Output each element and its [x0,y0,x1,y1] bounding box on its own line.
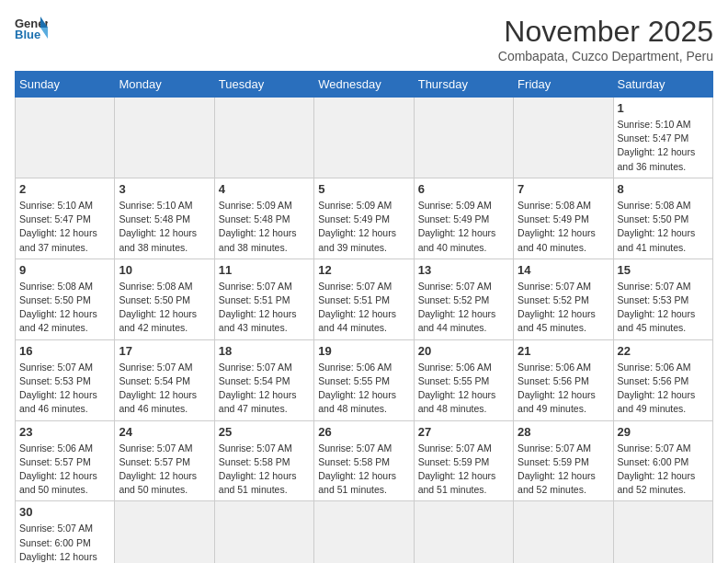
day-info: Sunrise: 5:07 AMSunset: 6:00 PMDaylight:… [618,442,709,498]
month-title: November 2025 [498,15,713,49]
day-number: 1 [618,101,709,115]
day-number: 25 [219,425,310,439]
calendar-cell [414,501,513,563]
day-info: Sunrise: 5:07 AMSunset: 5:51 PMDaylight:… [318,280,409,336]
day-number: 5 [318,182,409,196]
day-number: 11 [219,263,310,277]
calendar-cell [514,501,613,563]
day-number: 30 [19,505,110,519]
day-info: Sunrise: 5:08 AMSunset: 5:50 PMDaylight:… [119,280,210,336]
weekday-header-sunday: Sunday [16,72,115,98]
day-info: Sunrise: 5:09 AMSunset: 5:49 PMDaylight:… [318,199,409,255]
day-number: 21 [518,344,609,358]
weekday-header-wednesday: Wednesday [314,72,414,98]
day-number: 12 [318,263,409,277]
day-number: 15 [618,263,709,277]
calendar-cell: 5Sunrise: 5:09 AMSunset: 5:49 PMDaylight… [314,178,414,259]
calendar-cell [16,98,115,178]
day-number: 29 [618,425,709,439]
day-info: Sunrise: 5:07 AMSunset: 5:53 PMDaylight:… [618,280,709,336]
calendar-cell: 23Sunrise: 5:06 AMSunset: 5:57 PMDayligh… [16,420,115,501]
weekday-header-thursday: Thursday [414,72,513,98]
week-row-2: 2Sunrise: 5:10 AMSunset: 5:47 PMDaylight… [16,178,713,259]
calendar-cell: 9Sunrise: 5:08 AMSunset: 5:50 PMDaylight… [16,259,115,339]
day-number: 10 [119,263,210,277]
day-info: Sunrise: 5:06 AMSunset: 5:57 PMDaylight:… [19,442,110,498]
calendar-cell: 28Sunrise: 5:07 AMSunset: 5:59 PMDayligh… [514,420,613,501]
logo: General Blue [15,15,48,40]
day-info: Sunrise: 5:08 AMSunset: 5:50 PMDaylight:… [19,280,110,336]
day-number: 24 [119,425,210,439]
day-info: Sunrise: 5:08 AMSunset: 5:50 PMDaylight:… [618,199,709,255]
calendar-cell: 24Sunrise: 5:07 AMSunset: 5:57 PMDayligh… [115,420,214,501]
calendar-cell: 4Sunrise: 5:09 AMSunset: 5:48 PMDaylight… [214,178,313,259]
day-number: 4 [219,182,310,196]
calendar-cell: 29Sunrise: 5:07 AMSunset: 6:00 PMDayligh… [613,420,712,501]
calendar-cell: 30Sunrise: 5:07 AMSunset: 6:00 PMDayligh… [16,501,115,563]
week-row-3: 9Sunrise: 5:08 AMSunset: 5:50 PMDaylight… [16,259,713,339]
calendar-cell [115,501,214,563]
day-number: 2 [19,182,110,196]
weekday-header-row: SundayMondayTuesdayWednesdayThursdayFrid… [16,72,713,98]
day-info: Sunrise: 5:07 AMSunset: 5:54 PMDaylight:… [219,361,310,417]
calendar-cell: 13Sunrise: 5:07 AMSunset: 5:52 PMDayligh… [414,259,513,339]
logo-icon: General Blue [15,15,48,40]
calendar-cell [314,501,414,563]
calendar-cell: 15Sunrise: 5:07 AMSunset: 5:53 PMDayligh… [613,259,712,339]
day-info: Sunrise: 5:08 AMSunset: 5:49 PMDaylight:… [518,199,609,255]
day-number: 13 [418,263,509,277]
day-info: Sunrise: 5:07 AMSunset: 5:59 PMDaylight:… [518,442,609,498]
day-number: 3 [119,182,210,196]
day-number: 18 [219,344,310,358]
day-info: Sunrise: 5:06 AMSunset: 5:56 PMDaylight:… [618,361,709,417]
day-number: 19 [318,344,409,358]
day-info: Sunrise: 5:07 AMSunset: 5:52 PMDaylight:… [418,280,509,336]
calendar-cell: 12Sunrise: 5:07 AMSunset: 5:51 PMDayligh… [314,259,414,339]
weekday-header-saturday: Saturday [613,72,712,98]
svg-marker-3 [40,28,48,39]
calendar-cell [314,98,414,178]
title-area: November 2025 Combapata, Cuzco Departmen… [498,15,713,63]
calendar-cell [613,501,712,563]
day-number: 8 [618,182,709,196]
day-info: Sunrise: 5:07 AMSunset: 5:58 PMDaylight:… [318,442,409,498]
calendar-cell: 3Sunrise: 5:10 AMSunset: 5:48 PMDaylight… [115,178,214,259]
calendar: SundayMondayTuesdayWednesdayThursdayFrid… [15,71,713,563]
week-row-1: 1Sunrise: 5:10 AMSunset: 5:47 PMDaylight… [16,98,713,178]
weekday-header-monday: Monday [115,72,214,98]
day-number: 17 [119,344,210,358]
day-number: 27 [418,425,509,439]
day-info: Sunrise: 5:10 AMSunset: 5:47 PMDaylight:… [19,199,110,255]
calendar-cell: 7Sunrise: 5:08 AMSunset: 5:49 PMDaylight… [514,178,613,259]
day-info: Sunrise: 5:10 AMSunset: 5:48 PMDaylight:… [119,199,210,255]
calendar-cell: 19Sunrise: 5:06 AMSunset: 5:55 PMDayligh… [314,339,414,420]
day-number: 9 [19,263,110,277]
day-number: 20 [418,344,509,358]
day-info: Sunrise: 5:07 AMSunset: 5:53 PMDaylight:… [19,361,110,417]
day-info: Sunrise: 5:07 AMSunset: 5:51 PMDaylight:… [219,280,310,336]
calendar-cell: 11Sunrise: 5:07 AMSunset: 5:51 PMDayligh… [214,259,313,339]
day-number: 22 [618,344,709,358]
calendar-cell: 1Sunrise: 5:10 AMSunset: 5:47 PMDaylight… [613,98,712,178]
header: General Blue November 2025 Combapata, Cu… [15,15,713,63]
week-row-6: 30Sunrise: 5:07 AMSunset: 6:00 PMDayligh… [16,501,713,563]
calendar-cell: 27Sunrise: 5:07 AMSunset: 5:59 PMDayligh… [414,420,513,501]
calendar-cell [214,501,313,563]
day-info: Sunrise: 5:06 AMSunset: 5:55 PMDaylight:… [318,361,409,417]
weekday-header-tuesday: Tuesday [214,72,313,98]
calendar-cell: 17Sunrise: 5:07 AMSunset: 5:54 PMDayligh… [115,339,214,420]
day-info: Sunrise: 5:07 AMSunset: 5:54 PMDaylight:… [119,361,210,417]
day-info: Sunrise: 5:07 AMSunset: 5:57 PMDaylight:… [119,442,210,498]
calendar-cell: 10Sunrise: 5:08 AMSunset: 5:50 PMDayligh… [115,259,214,339]
week-row-5: 23Sunrise: 5:06 AMSunset: 5:57 PMDayligh… [16,420,713,501]
svg-text:Blue: Blue [15,28,40,40]
calendar-cell [115,98,214,178]
calendar-cell: 8Sunrise: 5:08 AMSunset: 5:50 PMDaylight… [613,178,712,259]
day-number: 6 [418,182,509,196]
day-info: Sunrise: 5:09 AMSunset: 5:49 PMDaylight:… [418,199,509,255]
location-subtitle: Combapata, Cuzco Department, Peru [498,49,713,63]
day-info: Sunrise: 5:06 AMSunset: 5:55 PMDaylight:… [418,361,509,417]
calendar-cell: 6Sunrise: 5:09 AMSunset: 5:49 PMDaylight… [414,178,513,259]
calendar-cell [414,98,513,178]
day-info: Sunrise: 5:07 AMSunset: 6:00 PMDaylight:… [19,522,110,563]
